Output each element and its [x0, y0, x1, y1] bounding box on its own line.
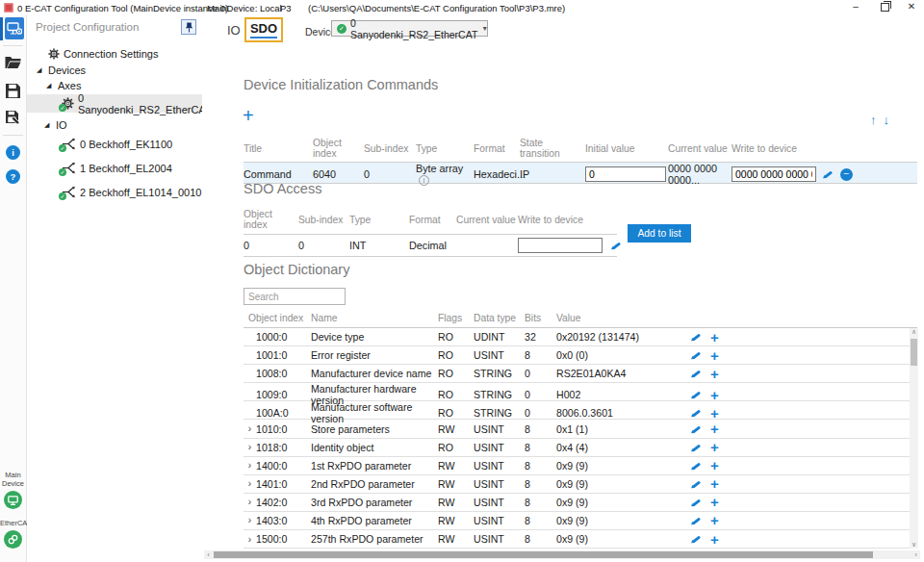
cell-bits: 8: [525, 515, 556, 526]
dictionary-row[interactable]: › 1000:0 Device type RO UDINT 32 0x20192…: [244, 328, 917, 346]
write-value-icon[interactable]: [689, 533, 702, 545]
info-button[interactable]: i: [6, 145, 20, 160]
add-to-list-icon[interactable]: +: [710, 495, 732, 509]
ethercat-status-button[interactable]: [4, 530, 22, 549]
dictionary-row[interactable]: › 1401:0 2nd RxPDO parameter RW USINT 8 …: [244, 475, 917, 494]
add-to-list-icon[interactable]: +: [710, 348, 732, 363]
tree-item-label: Axes: [58, 80, 81, 91]
scroll-down-icon[interactable]: ∨: [910, 541, 918, 549]
add-to-list-icon[interactable]: +: [710, 458, 732, 473]
maximize-button[interactable]: [874, 0, 895, 13]
init-command-row[interactable]: Command 6040 0 Byte arrayi Hexadeci... I…: [244, 163, 917, 184]
tree-item-axes[interactable]: ◢ Axes: [46, 80, 202, 91]
write-value-icon[interactable]: [689, 407, 702, 419]
save-as-button[interactable]: [3, 107, 24, 130]
tree-item-io-device[interactable]: ✓ 2 Beckhoff_EL1014_0010: [27, 181, 202, 203]
initial-value-input[interactable]: [585, 166, 666, 182]
app-icon: [4, 3, 13, 13]
add-command-button[interactable]: +: [243, 106, 254, 125]
write-value-icon[interactable]: [821, 168, 834, 180]
expand-chevron-icon[interactable]: ›: [244, 515, 256, 525]
expand-chevron-icon[interactable]: ›: [244, 478, 256, 489]
add-to-list-icon[interactable]: +: [710, 330, 732, 345]
tree-item-devices[interactable]: ◢ Devices: [37, 64, 202, 76]
write-value-icon[interactable]: [689, 460, 702, 472]
add-to-list-icon[interactable]: +: [710, 422, 732, 436]
tree-item-io[interactable]: ◢ IO: [44, 119, 202, 131]
write-value-icon[interactable]: [689, 515, 702, 526]
cell-value: 8006.0.3601: [556, 407, 689, 419]
column-header: Current value: [668, 143, 732, 154]
expander-icon[interactable]: ◢: [46, 82, 54, 89]
add-to-list-icon[interactable]: +: [710, 367, 732, 381]
dictionary-row[interactable]: › 1010:0 Store parameters RW USINT 8 0x1…: [244, 420, 917, 438]
write-value-icon[interactable]: [689, 478, 702, 490]
add-to-list-button[interactable]: Add to list: [628, 224, 691, 243]
write-value-icon[interactable]: [689, 423, 702, 435]
tree-item-io-device[interactable]: ✓ 1 Beckhoff_EL2004: [27, 157, 202, 179]
minimize-button[interactable]: –: [845, 0, 866, 13]
expand-chevron-icon[interactable]: ›: [244, 442, 256, 452]
expander-icon[interactable]: ◢: [37, 66, 44, 74]
help-button[interactable]: ?: [6, 169, 20, 184]
dictionary-row[interactable]: › 1009:0 Manufacturer hardware version R…: [244, 383, 917, 401]
expand-chevron-icon[interactable]: ›: [244, 460, 256, 471]
dictionary-row[interactable]: › 1402:0 3rd RxPDO parameter RW USINT 8 …: [244, 494, 917, 512]
move-down-icon[interactable]: ↓: [884, 113, 890, 127]
save-project-button[interactable]: [3, 79, 24, 102]
write-value-icon[interactable]: [689, 368, 702, 379]
project-name: P3: [280, 3, 292, 13]
close-button[interactable]: ✕: [901, 0, 922, 13]
scrollbar-thumb[interactable]: [911, 339, 917, 366]
tab-sdo[interactable]: SDO: [244, 17, 283, 42]
vertical-scrollbar[interactable]: ∧ ∨: [910, 328, 918, 549]
remove-command-button[interactable]: −: [840, 168, 853, 181]
cell-bits: 0: [525, 368, 556, 379]
write-to-device-input[interactable]: [732, 166, 816, 182]
add-to-list-icon[interactable]: +: [710, 406, 732, 421]
tree-item-label: IO: [56, 119, 67, 131]
write-value-icon[interactable]: [689, 442, 702, 453]
add-to-list-icon[interactable]: +: [710, 388, 732, 402]
tree-item-io-device[interactable]: ✓ 0 Beckhoff_EK1100: [27, 133, 202, 155]
tab-io[interactable]: IO: [227, 23, 241, 38]
device-dropdown[interactable]: ✓ 0 Sanyodenki_RS2_EtherCAT ▼: [331, 20, 488, 37]
open-project-button[interactable]: [3, 51, 24, 74]
expand-chevron-icon[interactable]: ›: [244, 423, 256, 434]
tree-item-axis-device[interactable]: ✓ 0 Sanyodenki_RS2_EtherCAT: [27, 94, 202, 113]
scroll-up-icon[interactable]: ∧: [910, 328, 918, 336]
column-header: Sub-index: [364, 143, 416, 154]
write-value-icon[interactable]: [689, 331, 702, 343]
scroll-right-icon[interactable]: ›: [911, 550, 920, 559]
dictionary-row[interactable]: › 100A:0 Manufacturer software version R…: [244, 401, 917, 420]
add-to-list-icon[interactable]: +: [710, 440, 732, 454]
write-value-icon[interactable]: [689, 349, 702, 361]
dictionary-row[interactable]: › 1400:0 1st RxPDO parameter RW USINT 8 …: [244, 457, 917, 475]
dictionary-row[interactable]: › 1403:0 4th RxPDO parameter RW USINT 8 …: [244, 512, 917, 530]
add-to-list-icon[interactable]: +: [710, 476, 732, 491]
scroll-left-icon[interactable]: ‹: [204, 550, 213, 559]
search-input[interactable]: [244, 288, 346, 305]
horizontal-scrollbar[interactable]: ‹ ›: [204, 550, 920, 559]
scrollbar-thumb[interactable]: [214, 551, 873, 558]
write-value-icon[interactable]: [689, 389, 702, 400]
main-device-status-button[interactable]: [4, 491, 22, 509]
add-to-list-icon[interactable]: +: [710, 513, 732, 527]
write-value-icon[interactable]: [609, 240, 622, 251]
pin-panel-button[interactable]: [181, 19, 196, 35]
dictionary-row[interactable]: › 1001:0 Error register RO USINT 8 0x0 (…: [244, 346, 917, 365]
move-up-icon[interactable]: ↑: [870, 113, 877, 127]
sdo-write-input[interactable]: [518, 238, 603, 253]
cell-object-index: 0: [244, 240, 298, 251]
expand-chevron-icon[interactable]: ›: [244, 534, 256, 545]
dictionary-row[interactable]: › 1018:0 Identity object RO USINT 8 0x4 …: [244, 439, 917, 457]
expander-icon[interactable]: ◢: [44, 121, 52, 129]
tree-item-connection-settings[interactable]: Connection Settings: [48, 48, 202, 60]
device-config-button[interactable]: [0, 16, 26, 41]
write-value-icon[interactable]: [689, 497, 702, 508]
cell-state-transition: IP: [520, 168, 585, 180]
add-to-list-icon[interactable]: +: [710, 532, 732, 547]
dictionary-row[interactable]: › 1500:0 257th RxPDO parameter RW USINT …: [244, 530, 917, 549]
expand-chevron-icon[interactable]: ›: [244, 497, 256, 507]
dictionary-row[interactable]: › 1008:0 Manufacturer device name RO STR…: [244, 365, 917, 383]
